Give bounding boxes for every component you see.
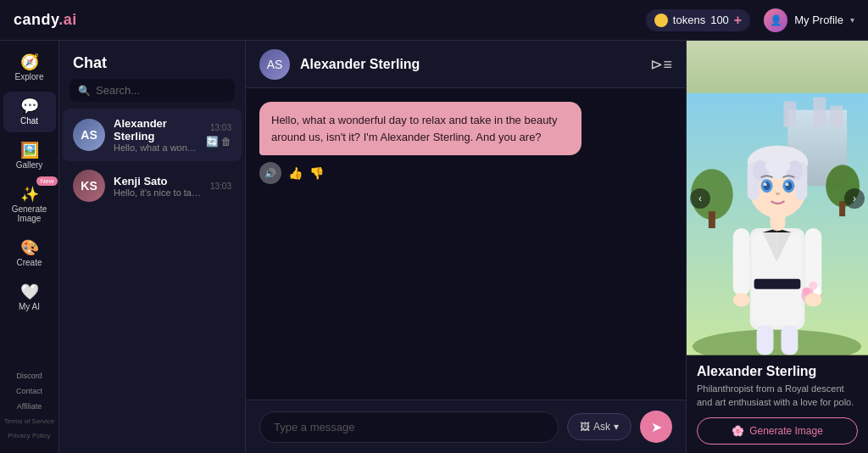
chat-header-actions: ⊳≡ [650, 55, 672, 74]
svg-point-30 [765, 158, 791, 175]
sidebar-label-generate: Generate Image [8, 204, 51, 223]
search-input[interactable] [96, 84, 226, 97]
nav-right: tokens 100 + 👤 My Profile ▾ [646, 8, 854, 32]
sidebar-item-chat[interactable]: 💬 Chat [3, 92, 56, 132]
terms-link[interactable]: Terms of Service [4, 417, 55, 425]
svg-rect-15 [733, 228, 750, 296]
ask-chevron-icon: ▾ [614, 421, 619, 433]
chat-icon: 💬 [20, 98, 39, 114]
audio-button[interactable]: 🔊 [259, 162, 281, 184]
svg-rect-6 [709, 211, 715, 228]
sidebar-item-explore[interactable]: 🧭 Explore [3, 48, 56, 88]
profile-label: My Profile [794, 14, 843, 26]
chat-list-panel: Chat 🔍 AS Alexander Sterling Hello, what… [59, 41, 246, 453]
character-svg [687, 92, 868, 355]
tokens-label: tokens [673, 14, 705, 26]
svg-point-35 [764, 182, 767, 186]
sidebar-bottom: Discord Contact Affiliate Terms of Servi… [4, 372, 55, 446]
sidebar-item-myai[interactable]: 🤍 My AI [3, 277, 56, 318]
messages-area: Hello, what a wonderful day to relax and… [246, 88, 686, 400]
chat-item-info-alexander: Alexander Sterling Hello, what a wonderf… [114, 117, 198, 153]
thumbs-down-button[interactable]: 👎 [309, 166, 324, 180]
delete-icon[interactable]: 🗑 [221, 136, 231, 148]
gallery-icon: 🖼️ [20, 143, 39, 158]
generate-icon: ✨ [20, 187, 39, 202]
explore-icon: 🧭 [20, 54, 39, 70]
character-name: Alexander Sterling [697, 364, 858, 379]
sidebar: 🧭 Explore 💬 Chat 🖼️ Gallery New ✨ Genera… [0, 41, 59, 453]
tokens-add-button[interactable]: + [734, 13, 742, 28]
sidebar-label-myai: My AI [19, 302, 40, 311]
message-bubble: Hello, what a wonderful day to relax and… [259, 102, 581, 155]
svg-rect-2 [783, 102, 796, 127]
chat-item-time-alexander: 13:03 [210, 123, 231, 132]
sidebar-label-chat: Chat [20, 116, 38, 126]
discord-link[interactable]: Discord [16, 372, 42, 380]
profile-button[interactable]: 👤 My Profile ▾ [764, 8, 854, 32]
svg-rect-4 [830, 106, 843, 127]
message-text: Hello, what a wonderful day to relax and… [271, 114, 558, 143]
sidebar-label-explore: Explore [15, 72, 44, 81]
chat-header-avatar: AS [259, 49, 290, 80]
character-description: Philanthropist from a Royal descent and … [697, 383, 858, 409]
char-next-button[interactable]: › [844, 188, 865, 209]
svg-rect-8 [839, 201, 845, 216]
top-nav: candy.ai tokens 100 + 👤 My Profile ▾ [0, 0, 868, 41]
avatar-kenji: KS [73, 170, 105, 202]
generate-btn-label: Generate Image [749, 425, 823, 437]
ask-label: Ask [593, 421, 610, 433]
app-logo: candy.ai [14, 11, 77, 29]
chat-item-preview-alexander: Hello, what a wonderful ... [114, 143, 198, 153]
tokens-badge[interactable]: tokens 100 + [646, 9, 750, 31]
ask-button[interactable]: 🖼 Ask ▾ [567, 413, 632, 440]
chat-item-preview-kenji: Hello, it's nice to take a ... [114, 187, 202, 198]
svg-rect-3 [813, 98, 826, 127]
chat-item-info-kenji: Kenji Sato Hello, it's nice to take a ..… [114, 175, 202, 198]
contact-link[interactable]: Contact [16, 387, 42, 395]
create-icon: 🎨 [20, 240, 39, 255]
sidebar-item-create[interactable]: 🎨 Create [3, 233, 56, 274]
char-prev-button[interactable]: ‹ [690, 188, 710, 209]
chat-area: AS Alexander Sterling ⊳≡ Hello, what a w… [246, 41, 686, 453]
sidebar-label-create: Create [16, 258, 42, 267]
thumbs-up-button[interactable]: 👍 [288, 166, 303, 180]
profile-avatar: 👤 [764, 8, 787, 32]
new-badge: New [36, 176, 57, 186]
svg-point-22 [804, 294, 821, 307]
chat-item-time-kenji: 13:03 [210, 182, 231, 191]
search-icon: 🔍 [78, 85, 91, 97]
avatar-alexander: AS [73, 119, 105, 151]
right-panel: ‹ › Alexander Sterling Philanthropist fr… [686, 41, 868, 453]
affiliate-link[interactable]: Affiliate [17, 402, 42, 411]
character-info: Alexander Sterling Philanthropist from a… [687, 355, 868, 453]
send-icon: ➤ [651, 419, 662, 435]
chat-item-name-alexander: Alexander Sterling [114, 117, 198, 143]
message-input[interactable] [259, 411, 559, 443]
chat-item-alexander[interactable]: AS Alexander Sterling Hello, what a wond… [63, 109, 242, 161]
svg-point-20 [809, 282, 817, 290]
chat-item-name-kenji: Kenji Sato [114, 175, 202, 187]
tokens-count: 100 [710, 14, 729, 26]
chat-header: AS Alexander Sterling ⊳≡ [246, 41, 686, 88]
chat-header-name: Alexander Sterling [300, 57, 420, 72]
generate-icon-btn: 🌸 [732, 425, 744, 437]
sidebar-item-generate[interactable]: New ✨ Generate Image [3, 180, 56, 230]
sidebar-label-gallery: Gallery [16, 160, 43, 170]
chat-item-kenji[interactable]: KS Kenji Sato Hello, it's nice to take a… [63, 161, 242, 210]
myai-icon: 🤍 [20, 284, 39, 299]
svg-point-36 [785, 182, 788, 186]
image-icon: 🖼 [580, 421, 590, 433]
svg-rect-38 [781, 326, 798, 355]
chat-input-area: 🖼 Ask ▾ ➤ [246, 400, 686, 453]
character-image-area: ‹ › [687, 41, 868, 355]
search-bar: 🔍 [70, 79, 235, 102]
coin-icon [654, 14, 668, 27]
refresh-icon[interactable]: 🔄 [206, 136, 219, 148]
sidebar-item-gallery[interactable]: 🖼️ Gallery [3, 136, 56, 176]
generate-image-button[interactable]: 🌸 Generate Image [697, 417, 858, 445]
send-button[interactable]: ➤ [640, 411, 672, 443]
privacy-link[interactable]: Privacy Policy [8, 432, 51, 439]
main-layout: 🧭 Explore 💬 Chat 🖼️ Gallery New ✨ Genera… [0, 41, 868, 453]
svg-point-21 [733, 294, 750, 307]
menu-icon[interactable]: ⊳≡ [650, 56, 672, 73]
